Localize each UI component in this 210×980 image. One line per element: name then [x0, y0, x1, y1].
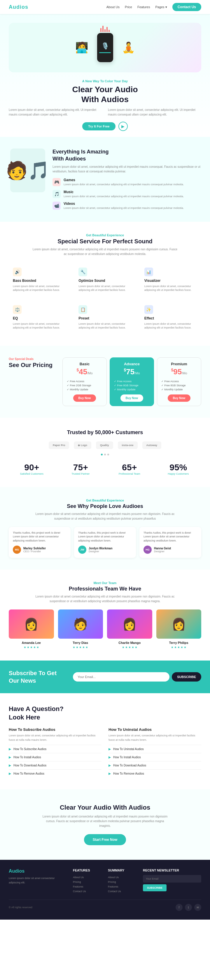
faq-item-2-2[interactable]: ▶ How To Install Audios	[108, 753, 201, 761]
footer-top: Audios Lorem ipsum dolor sit amet consec…	[9, 869, 201, 894]
faq-chevron-1-2: ▶	[9, 756, 11, 759]
faq-chevron-2-3: ▶	[108, 764, 111, 767]
testimonial-3: Thanks Audios, this project work is done…	[139, 527, 201, 558]
social-twitter-icon[interactable]: t	[185, 904, 192, 911]
nav-link-about[interactable]: About Us	[107, 5, 119, 9]
cta-button[interactable]: Start Free Now	[84, 834, 126, 845]
premium-buy-button[interactable]: Buy Now	[168, 395, 191, 402]
team-member-terry-dias: 🧑 Terry Dias ★★★★★	[58, 609, 103, 649]
faq-item-1-1[interactable]: ▶ How To Subscribe Audios	[9, 745, 102, 753]
pricing-cards: Basic $45/Mo ✓ Free Access ✓ Free 2GB St…	[62, 357, 201, 406]
advance-features: ✓ Free Access ✓ Free 8GB Storage ✓ Month…	[114, 379, 150, 391]
faq-q-2-2: How To Install Audios	[113, 756, 141, 759]
faq-item-2-4[interactable]: ▶ How To Remove Audios	[108, 769, 201, 778]
faq-col2-intro: Lorem ipsum dolor sit amet, consectetur …	[108, 733, 201, 742]
testimonials-tag: Get Beautiful Experience	[9, 499, 201, 502]
testimonial-3-name: Hanna Geist	[154, 547, 171, 550]
faq-col-1: How To Subscribe Audios Lorem ipsum dolo…	[9, 727, 102, 778]
music-desc: Lorem ipsum dolor sit amet, consectetur …	[64, 195, 184, 198]
footer-link-features[interactable]: Features	[73, 884, 102, 889]
terry-dias-photo: 🧑	[58, 609, 103, 639]
testimonial-1-avatar: MS	[13, 546, 21, 554]
preset-desc: Lorem ipsum dolor sit amet, consectetur …	[78, 322, 131, 330]
newsletter-subscribe-button[interactable]: SUBSCRIBE	[143, 884, 167, 891]
premium-name: Premium	[161, 362, 197, 366]
faq-item-2-1[interactable]: ▶ How To Uninstal Audios	[108, 745, 201, 753]
trusted-section: Trusted by 50,000+ Custumers Paper Pro ◈…	[0, 418, 210, 487]
testimonial-2-name: Jordyn Workman	[89, 547, 113, 550]
faq-q-2-3: How To Download Audios	[113, 764, 146, 767]
optimize-desc: Lorem ipsum dolor sit amet, consectetur …	[78, 285, 131, 292]
plan-basic: Basic $45/Mo ✓ Free Access ✓ Free 2GB St…	[62, 357, 107, 406]
nav-link-features[interactable]: Features	[137, 5, 150, 9]
faq-item-1-2[interactable]: ▶ How To Install Audios	[9, 753, 102, 761]
about-desc: Lorem ipsum dolor sit amet, consectetur …	[52, 165, 201, 174]
faq-item-2-3[interactable]: ▶ How To Download Audios	[108, 761, 201, 769]
videos-title: Videos	[64, 202, 184, 206]
basic-buy-button[interactable]: Buy Now	[73, 395, 96, 402]
effect-desc: Lorem ipsum dolor sit amet, consectetur …	[145, 322, 197, 330]
team-member-charlie: 👩 Charlie Mango ★★★★★	[107, 609, 152, 649]
hero-play-button[interactable]: ▶	[118, 122, 128, 131]
footer-col-features-title: FEATURES	[73, 869, 102, 872]
faq-q-1-2: How To Install Audios	[13, 756, 41, 759]
stat-satisfied: 90+ Satisfied Customers	[9, 463, 55, 475]
social-facebook-icon[interactable]: f	[176, 904, 183, 911]
faq-q-2-1: How To Uninstal Audios	[113, 748, 144, 751]
cta-desc: Lorem ipsum dolor sit amet consectetur a…	[41, 814, 169, 828]
preset-icon: 📋	[78, 305, 87, 314]
optimize-title: Optimize Sound	[78, 278, 131, 283]
faq-chevron-1-4: ▶	[9, 772, 11, 775]
feature-list: 🎮 Games Lorem ipsum dolor sit amet, cons…	[52, 178, 201, 210]
footer-newsletter: RECENT NEWSLETTER SUBSCRIBE	[143, 869, 201, 894]
footer-link-pricing[interactable]: Pricing	[73, 880, 102, 884]
pricing-tag: Our Special Deals	[9, 357, 56, 361]
terry-philips-stars: ★★★★★	[156, 646, 202, 649]
trusted-title: Trusted by 50,000+ Custumers	[9, 430, 201, 436]
nav-link-pages[interactable]: Pages ▾	[155, 5, 167, 9]
cta-section: Clear Your Audio With Audios Lorem ipsum…	[0, 789, 210, 860]
hero-desc-1: Lorem ipsum dolor sit amet, consectetur …	[9, 108, 102, 117]
hero-cta-button[interactable]: Try It For Free	[82, 122, 115, 130]
charlie-photo: 👩	[107, 609, 152, 639]
footer: Audios Lorem ipsum dolor sit amet consec…	[0, 860, 210, 920]
services-grid: 🔊 Bass Boosted Lorem ipsum dolor sit ame…	[9, 264, 201, 334]
newsletter-input[interactable]	[143, 875, 201, 883]
footer-logo: Audios	[9, 869, 67, 874]
footer-link-about[interactable]: About Us	[73, 875, 102, 880]
testimonials-title: See Why People Love Audioes	[9, 503, 201, 509]
team-section: Meet Our Team Professionals Team We Have…	[0, 570, 210, 660]
feature-games: 🎮 Games Lorem ipsum dolor sit amet, cons…	[52, 178, 201, 186]
nav-contact-button[interactable]: Contact Us	[172, 3, 201, 11]
play-bar	[99, 52, 111, 53]
footer-summary-link-4[interactable]: Contact Us	[108, 889, 137, 894]
subscribe-button[interactable]: SUBSCRIBE	[172, 672, 201, 681]
advance-buy-button[interactable]: Buy Now	[121, 395, 143, 402]
visualizer-desc: Lorem ipsum dolor sit amet, consectetur …	[145, 285, 197, 292]
logo-5: Autoway	[142, 441, 162, 449]
social-email-icon[interactable]: ✉	[194, 904, 201, 911]
services-section: Get Beautiful Experience Special Service…	[0, 222, 210, 346]
team-member-terry-philips: 👩 Terry Philips ★★★★★	[156, 609, 202, 649]
nav-link-price[interactable]: Price	[125, 5, 132, 9]
terry-dias-stars: ★★★★★	[58, 646, 103, 649]
feature-music: 🎵 Music Lorem ipsum dolor sit amet, cons…	[52, 190, 201, 198]
games-icon: 🎮	[52, 178, 60, 186]
faq-item-1-3[interactable]: ▶ How To Download Audios	[9, 761, 102, 769]
premium-features: ✓ Free Access ✓ Free 8GB Storage ✓ Month…	[161, 379, 197, 391]
games-desc: Lorem ipsum dolor sit amet, consectetur …	[64, 183, 184, 186]
footer-summary-link-3[interactable]: Features	[108, 884, 137, 889]
hero-illustration: 🧑‍💻 🎙️ 🧘	[9, 23, 201, 72]
stat-satisfied-number: 90+	[9, 463, 55, 473]
footer-summary-link-2[interactable]: Pricing	[108, 880, 137, 884]
footer-link-contact[interactable]: Contact Us	[73, 889, 102, 894]
basic-price: $45/Mo	[67, 368, 102, 376]
footer-summary-link-1[interactable]: About Us	[108, 875, 137, 880]
subscribe-email-input[interactable]	[73, 672, 169, 681]
testimonial-1: Thanks Audios, this project work is done…	[9, 527, 71, 558]
faq-col1-heading: How To Subscribe Audios	[9, 727, 102, 732]
about-content: Everything Is AmazingWith Audioes Lorem …	[52, 148, 201, 210]
service-visualizer: 📊 Visualizer Lorem ipsum dolor sit amet,…	[140, 264, 201, 296]
service-preset: 📋 Preset Lorem ipsum dolor sit amet, con…	[75, 301, 135, 334]
faq-item-1-4[interactable]: ▶ How To Remove Audios	[9, 769, 102, 778]
